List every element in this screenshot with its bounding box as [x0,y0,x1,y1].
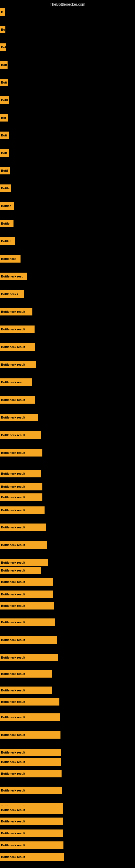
bar-fill-28: Bottleneck result [0,483,42,490]
bar-label-2: Bo [1,28,5,31]
bar-fill-24: Bottleneck result [0,414,38,421]
bar-item-43: Bottleneck result [0,698,59,706]
bar-label-44: Bottleneck result [1,716,25,719]
bar-label-54: Bottleneck result [1,844,25,847]
bar-fill-4: Bott [0,61,8,69]
bar-label-1: B [1,10,3,13]
bar-item-46: Bottleneck result [0,749,61,756]
bar-item-9: Bott [0,149,9,157]
bar-item-31: Bottleneck result [0,524,46,531]
bar-fill-32: Bottleneck result [0,541,47,549]
bar-fill-5: Bott [0,79,8,86]
bar-label-38: Bottleneck result [1,621,25,624]
bar-fill-3: Bot [0,43,6,51]
bar-fill-39: Bottleneck result [0,636,57,644]
bar-fill-17: Bottleneck r [0,290,24,298]
bar-label-39: Bottleneck result [1,638,25,642]
bar-item-25: Bottleneck result [0,431,41,439]
bar-fill-9: Bott [0,149,9,157]
bar-label-27: Bottleneck result [1,472,25,475]
site-title: TheBottlenecker.com [0,0,135,8]
bar-item-51: Bottleneck result [0,806,63,814]
bar-label-37: Bottleneck result [1,604,25,607]
bar-fill-6: Bottl [0,96,9,104]
bar-fill-33: Bottleneck result [0,559,48,566]
bar-item-28: Bottleneck result [0,483,42,490]
bar-item-38: Bottleneck result [0,618,55,626]
bar-label-3: Bot [1,45,6,49]
bar-item-35: Bottleneck result [0,578,53,586]
bar-label-30: Bottleneck result [1,508,25,512]
bar-fill-54: Bottleneck result [0,841,63,849]
bar-fill-30: Bottleneck result [0,506,45,514]
bar-fill-20: Bottleneck result [0,343,35,351]
bar-fill-16: Bottleneck resu [0,273,27,280]
bar-fill-40: Bottleneck result [0,654,58,661]
bar-label-31: Bottleneck result [1,526,25,529]
bar-label-19: Bottleneck result [1,328,25,331]
bar-label-52: Bottleneck result [1,820,25,823]
bar-item-41: Bottleneck result [0,670,52,678]
bar-fill-1: B [0,8,5,16]
bar-item-15: Bottleneck [0,255,20,262]
bar-fill-35: Bottleneck result [0,578,53,586]
bar-item-32: Bottleneck result [0,541,47,549]
bar-item-6: Bottl [0,96,9,104]
bar-item-47: Bottleneck result [0,758,61,766]
bar-fill-52: Bottleneck result [0,817,63,825]
bar-item-48: Bottleneck result [0,770,61,777]
bar-label-7: Bot [1,116,6,119]
bar-item-2: Bo [0,26,5,33]
bar-item-26: Bottleneck result [0,449,42,457]
bar-item-36: Bottleneck result [0,590,53,598]
bar-label-49: Bottleneck result [1,789,25,792]
bar-label-9: Bott [1,151,7,155]
bar-fill-43: Bottleneck result [0,698,59,706]
bar-label-53: Bottleneck result [1,832,25,835]
bar-fill-31: Bottleneck result [0,524,46,531]
bar-fill-19: Bottleneck result [0,326,35,333]
bar-fill-48: Bottleneck result [0,770,61,777]
bar-fill-14: Bottlen [0,237,15,245]
bar-label-16: Bottleneck resu [1,275,24,278]
bar-item-16: Bottleneck resu [0,273,27,280]
bar-label-51: Bottleneck result [1,808,25,812]
bar-label-46: Bottleneck result [1,751,25,754]
bar-fill-7: Bot [0,114,8,122]
bar-fill-18: Bottleneck result [0,308,32,315]
bar-fill-27: Bottleneck result [0,470,41,477]
bar-item-12: Bottlen [0,202,14,210]
bar-label-14: Bottlen [1,240,11,243]
bar-fill-2: Bo [0,26,5,33]
bar-label-48: Bottleneck result [1,772,25,775]
bar-item-44: Bottleneck result [0,713,60,721]
bar-item-33: Bottleneck result [0,559,48,566]
bar-label-42: Bottleneck result [1,689,25,692]
bar-item-22: Bottleneck resu [0,378,32,386]
bar-item-3: Bot [0,43,6,51]
bar-label-26: Bottleneck result [1,451,25,454]
bar-fill-53: Bottleneck result [0,830,63,837]
bar-fill-41: Bottleneck result [0,670,52,678]
bar-fill-34: Bottleneck result [0,567,41,574]
bar-fill-12: Bottlen [0,202,14,210]
bar-item-29: Bottleneck result [0,493,42,501]
bar-item-13: Bottle [0,220,13,227]
bar-item-21: Bottleneck result [0,361,36,368]
bar-item-34: Bottleneck result [0,567,41,574]
bar-label-12: Bottlen [1,204,11,208]
bar-fill-26: Bottleneck result [0,449,42,457]
bar-item-5: Bott [0,79,8,86]
bar-label-32: Bottleneck result [1,543,25,547]
bar-label-28: Bottleneck result [1,485,25,488]
bar-label-22: Bottleneck resu [1,380,24,384]
bar-label-6: Bottl [1,98,8,102]
bar-label-5: Bott [1,81,7,84]
bar-fill-36: Bottleneck result [0,590,53,598]
bar-label-10: Bottl [1,169,8,172]
bar-item-49: Bottleneck result [0,786,62,794]
bar-item-24: Bottleneck result [0,414,38,421]
bar-item-55: Bottleneck result [0,853,64,861]
bar-fill-44: Bottleneck result [0,713,60,721]
bar-fill-8: Bott [0,131,9,139]
